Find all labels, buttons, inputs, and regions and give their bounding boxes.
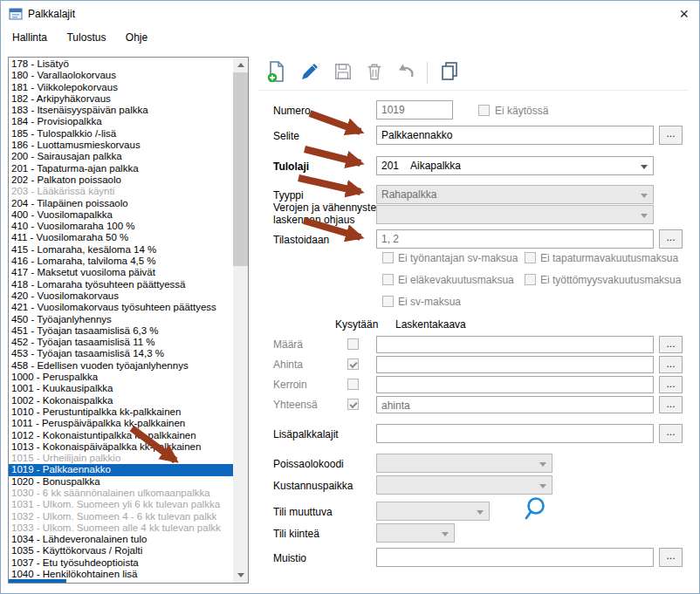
kaava-browse-button[interactable]: ... xyxy=(659,336,683,353)
list-item[interactable]: 181 - Viikkolepokorvaus xyxy=(9,82,233,93)
list-item[interactable]: 1012 - Kokonaistuntipalkka kk-palkkainen xyxy=(9,430,233,441)
record-toolbar xyxy=(257,57,689,91)
tilastoidaan-browse-button[interactable]: ... xyxy=(659,229,683,249)
sv-checkbox-label: Ei sv-maksua xyxy=(398,296,461,308)
menu-hallinta[interactable]: Hallinta xyxy=(4,27,55,47)
list-item[interactable]: 417 - Maksetut vuosiloma päivät xyxy=(9,267,233,278)
tili-muuttuva-label: Tili muuttuva xyxy=(273,506,333,518)
laskentakaava-field[interactable]: ahinta xyxy=(376,396,654,413)
tilastoidaan-field[interactable]: 1, 2 xyxy=(376,229,654,249)
kaava-browse-button[interactable]: ... xyxy=(659,376,683,393)
scrollbar-thumb[interactable] xyxy=(233,72,248,266)
menu-ohje[interactable]: Ohje xyxy=(118,27,155,47)
list-item[interactable]: 183 - Itsenäisyyspäivän palkka xyxy=(9,105,233,116)
list-item[interactable]: 1019 - Palkkaennakko xyxy=(9,464,233,475)
list-item[interactable]: 1037 - Etu työsuhdeoptioista xyxy=(9,557,233,569)
save-button[interactable] xyxy=(327,58,359,87)
list-item[interactable]: 415 - Lomaraha, kesäloma 14 % xyxy=(9,244,233,256)
selite-field[interactable]: Palkkaennakko xyxy=(376,126,654,145)
laskentakaava-field[interactable] xyxy=(376,336,654,353)
list-item[interactable]: 450 - Työajanlyhennys xyxy=(9,314,233,325)
muistio-field[interactable] xyxy=(376,548,654,567)
list-item[interactable]: 410 - Vuosilomaraha 100 % xyxy=(9,221,233,232)
selite-browse-button[interactable]: ... xyxy=(659,126,683,145)
list-item[interactable]: 418 - Lomaraha työsuhteen päättyessä xyxy=(9,279,233,290)
list-item[interactable]: 1000 - Peruspalkka xyxy=(9,372,233,383)
titlebar: Palkkalajit × xyxy=(1,1,699,27)
list-item[interactable]: 201 - Tapaturma-ajan palkka xyxy=(9,163,233,174)
scroll-down-button[interactable] xyxy=(233,568,248,583)
delete-button[interactable] xyxy=(359,58,390,87)
list-item[interactable]: 180 - Varallaolokorvaus xyxy=(9,70,233,81)
sv-checkbox-label: Ei eläkevakuutusmaksua xyxy=(398,274,514,286)
undo-button[interactable] xyxy=(390,58,422,87)
list-item[interactable]: 1001 - Kuukausipalkka xyxy=(9,383,233,394)
list-item[interactable]: 1010 - Perustuntipalkka kk-palkkainen xyxy=(9,406,233,418)
selite-label: Selite xyxy=(273,130,299,142)
lisapalkkalajit-browse-button[interactable]: ... xyxy=(659,424,683,443)
list-item[interactable]: 1013 - Kokonaispäiväpalkka kk-palkkainen xyxy=(9,441,233,453)
list-item[interactable]: 1035 - Käyttökorvaus / Rojalti xyxy=(9,545,233,556)
new-record-button[interactable] xyxy=(261,58,292,87)
list-item[interactable]: 1030 - 6 kk säännönalainen ulkomaanpalkk… xyxy=(9,488,233,499)
list-item[interactable]: 416 - Lomaraha, talviloma 4,5 % xyxy=(9,256,233,267)
scroll-up-button[interactable] xyxy=(233,58,248,72)
sv-checkbox xyxy=(525,252,536,263)
kaava-browse-button[interactable]: ... xyxy=(659,356,683,373)
pen-icon xyxy=(299,61,320,85)
numero-field[interactable]: 1019 xyxy=(376,100,453,119)
kaava-row-label: Ahinta xyxy=(273,358,303,371)
tulolaji-combobox[interactable]: 201Aikapalkka xyxy=(376,156,654,175)
sv-checkbox xyxy=(525,274,536,285)
paytype-list: 178 - Lisätyö180 - Varallaolokorvaus181 … xyxy=(9,58,233,583)
copy-button[interactable] xyxy=(434,58,465,87)
kaava-browse-button[interactable]: ... xyxy=(659,396,683,413)
list-item[interactable]: 1002 - Kokonaispalkka xyxy=(9,395,233,406)
list-item[interactable]: 185 - Tulospalkkio /-lisä xyxy=(9,128,233,140)
list-item[interactable]: 1020 - Bonuspalkka xyxy=(9,476,233,488)
tili-kiintea-combobox xyxy=(376,523,455,543)
list-item[interactable]: 458 - Edellisen vuoden työajanlyhennys xyxy=(9,360,233,372)
list-item[interactable]: 1033 - Ulkom. Suomeen alle 4 kk tulevan … xyxy=(9,522,233,534)
poissaolokoodi-label: Poissaolokoodi xyxy=(273,458,344,470)
list-item[interactable]: 200 - Sairausajan palkka xyxy=(9,151,233,162)
kaava-row-label: Yhteensä xyxy=(273,399,318,411)
list-item[interactable]: 451 - Työajan tasaamislisä 6,3 % xyxy=(9,325,233,337)
list-item[interactable]: 1034 - Lähdeveronalainen tulo xyxy=(9,534,233,545)
list-item[interactable]: 184 - Provisiopalkka xyxy=(9,116,233,127)
arrow-selite xyxy=(310,113,360,132)
list-item[interactable]: 1015 - Urheilijain palkkio xyxy=(9,453,233,464)
list-item[interactable]: 453 - Työajan tasaamislisä 14,3 % xyxy=(9,348,233,359)
list-item[interactable]: 452 - Työajan tasaamislisä 11 % xyxy=(9,337,233,348)
list-item[interactable]: 1031 - Ulkom. Suomeen yli 6 kk tulevan p… xyxy=(9,499,233,510)
laskentakaava-field[interactable] xyxy=(376,356,654,373)
list-item[interactable]: 421 - Vuosilomakorvaus työsuhteen päätty… xyxy=(9,302,233,313)
save-icon xyxy=(333,62,353,85)
list-item[interactable]: 1032 - Ulkom. Suomeen 4 - 6 kk tulevan p… xyxy=(9,511,233,522)
triangle-up-icon xyxy=(237,59,244,67)
tilastoidaan-label: Tilastoidaan xyxy=(273,234,329,246)
laskentakaava-field[interactable] xyxy=(376,376,654,393)
list-item[interactable]: 202 - Palkaton poissaolo xyxy=(9,174,233,186)
lookup-magnifier-icon[interactable] xyxy=(521,495,549,528)
ei-kaytossa-checkbox xyxy=(478,105,490,116)
lisapalkkalajit-field[interactable] xyxy=(376,424,654,443)
list-item[interactable]: 204 - Tilapäinen poissaolo xyxy=(9,198,233,209)
list-item[interactable]: 400 - Vuosilomapalkka xyxy=(9,209,233,221)
list-item[interactable]: 420 - Vuosilomakorvaus xyxy=(9,290,233,302)
menu-tulostus[interactable]: Tulostus xyxy=(58,27,113,47)
list-item[interactable]: 178 - Lisätyö xyxy=(9,58,233,70)
toolbar-separator xyxy=(427,62,428,84)
muistio-browse-button[interactable]: ... xyxy=(659,548,683,567)
list-scrollbar[interactable] xyxy=(233,58,248,583)
list-item[interactable]: 411 - Vuosilomaraha 50 % xyxy=(9,232,233,243)
copy-icon xyxy=(438,60,461,86)
edit-button[interactable] xyxy=(294,58,326,87)
list-item-partial xyxy=(9,579,66,583)
lisapalkkalajit-label: Lisäpalkkalajit xyxy=(273,428,339,440)
close-button[interactable]: × xyxy=(679,3,689,24)
list-item[interactable]: 1011 - Peruspäiväpalkka kk-palkkainen xyxy=(9,418,233,429)
list-item[interactable]: 182 - Arkipyhäkorvaus xyxy=(9,93,233,105)
list-item[interactable]: 186 - Luottamusmieskorvaus xyxy=(9,140,233,151)
list-item[interactable]: 203 - Lääkärissä käynti xyxy=(9,186,233,197)
